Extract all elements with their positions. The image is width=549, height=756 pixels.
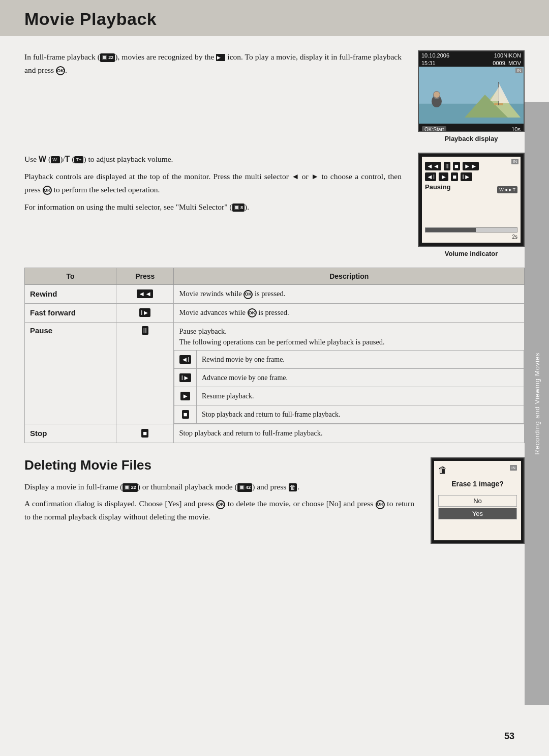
ok-icon-delete1: OK bbox=[216, 500, 225, 509]
scene-svg bbox=[419, 67, 524, 124]
delete-section-title: Deleting Movie Files bbox=[24, 457, 414, 473]
sub-row-frame-back: ◄I Rewind movie by one frame. bbox=[174, 351, 524, 369]
delete-para-2: A confirmation dialog is displayed. Choo… bbox=[24, 497, 414, 523]
pause-screen: IN ◄◄ II ■ ►► ◄I ► ■ I► bbox=[418, 153, 525, 247]
ref-icon-8: 🔲 8 bbox=[232, 203, 245, 212]
press-stop: ■ bbox=[116, 424, 173, 443]
ok-start-button: OK:Start bbox=[422, 126, 446, 132]
ffwd-btn: ►► bbox=[463, 162, 479, 170]
press-fastforward: I► bbox=[116, 303, 173, 322]
delete-section-text: Deleting Movie Files Display a movie in … bbox=[24, 457, 414, 544]
trash-icon-display: 🗑 bbox=[438, 465, 447, 476]
delete-option-yes[interactable]: Yes bbox=[438, 508, 517, 519]
to-stop: Stop bbox=[25, 424, 116, 443]
wt-indicator: W◄►T bbox=[497, 186, 517, 193]
page-title: Movie Playback bbox=[24, 9, 525, 29]
ok-icon-ffwd: OK bbox=[248, 308, 257, 317]
middle-section: Use W (W-)/T (T+) to adjust playback vol… bbox=[24, 153, 525, 257]
sub-icon-resume: ► bbox=[174, 387, 196, 405]
press-rewind: ◄◄ bbox=[116, 285, 173, 304]
ok-icon-2: OK bbox=[43, 186, 52, 195]
intro-paragraph: In full-frame playback (🔲 22), movies ar… bbox=[24, 50, 402, 76]
controls-row-1: ◄◄ II ■ ►► bbox=[425, 162, 517, 170]
table-row-pause: Pause II Pause playback. The following o… bbox=[25, 322, 525, 424]
sub-desc-resume: Resume playback. bbox=[196, 387, 524, 405]
in-badge-playback: IN bbox=[515, 68, 523, 73]
resume-icon: ► bbox=[180, 392, 190, 400]
zoom-wide-icon: W- bbox=[51, 156, 60, 163]
delete-screen-inner: 🗑 IN Erase 1 image? No Yes bbox=[434, 461, 521, 540]
screen-mid-bar: 15:31 0009. MOV bbox=[419, 60, 524, 67]
desc-rewind: Movie rewinds while OK is pressed. bbox=[174, 285, 525, 304]
sidebar-label: Recording and Viewing Movies bbox=[533, 353, 541, 455]
rewind-btn: ◄◄ bbox=[425, 162, 441, 170]
desc-fastforward: Movie advances while OK is pressed. bbox=[174, 303, 525, 322]
screen-scene: IN bbox=[419, 67, 524, 124]
ok-icon-rewind: OK bbox=[243, 290, 253, 299]
in-badge-pause: IN bbox=[511, 159, 518, 164]
svg-text:🗑: 🗑 bbox=[290, 484, 296, 491]
t-letter: T bbox=[65, 155, 70, 163]
pause-screen-inner: IN ◄◄ II ■ ►► ◄I ► ■ I► bbox=[422, 157, 521, 243]
multi-selector-text: For information on using the multi selec… bbox=[24, 200, 402, 214]
screen-folder: 100NIKON bbox=[494, 52, 521, 59]
playback-display-label: Playback display bbox=[445, 135, 498, 142]
trash-icon-inline: 🗑 bbox=[288, 483, 297, 492]
sub-desc-framefwd: Advance movie by one frame. bbox=[196, 369, 524, 387]
controls-row-2: ◄I ► ■ I► bbox=[425, 172, 517, 181]
sidebar: Recording and Viewing Movies bbox=[525, 102, 549, 705]
delete-text: Display a movie in full-frame (🔲 22) or … bbox=[24, 480, 414, 524]
delete-icon-row: 🗑 IN bbox=[438, 465, 517, 476]
playback-display-container: 10.10.2006 100NIKON 15:31 0009. MOV bbox=[418, 50, 525, 142]
sub-table: ◄I Rewind movie by one frame. I► Advance… bbox=[174, 350, 524, 424]
volume-indicator-container: IN ◄◄ II ■ ►► ◄I ► ■ I► bbox=[418, 153, 525, 257]
top-section: In full-frame playback (🔲 22), movies ar… bbox=[24, 50, 525, 142]
screen-top-bar: 10.10.2006 100NIKON bbox=[419, 51, 524, 60]
ref-icon-22b: 🔲 22 bbox=[123, 483, 138, 492]
ffwd-icon: I► bbox=[139, 308, 150, 317]
screen-filename: 0009. MOV bbox=[493, 60, 521, 66]
frame-fwd-btn: I► bbox=[461, 172, 472, 181]
desc-stop: Stop playback and return to full-frame p… bbox=[174, 424, 525, 443]
svg-point-10 bbox=[434, 92, 440, 98]
sub-row-resume: ► Resume playback. bbox=[174, 387, 524, 405]
table-row-fastforward: Fast forward I► Movie advances while OK … bbox=[25, 303, 525, 322]
volume-fill bbox=[425, 228, 476, 232]
screen-duration: 10s bbox=[511, 126, 521, 132]
sub-row-frame-fwd: I► Advance movie by one frame. bbox=[174, 369, 524, 387]
screen-date: 10.10.2006 bbox=[421, 52, 449, 59]
stop-icon-table: ■ bbox=[141, 429, 148, 438]
delete-dialog-container: 🗑 IN Erase 1 image? No Yes bbox=[431, 457, 525, 544]
to-pause: Pause bbox=[25, 322, 116, 424]
zoom-tele-icon: T+ bbox=[74, 156, 83, 163]
sub-icon-stop: ■ bbox=[174, 405, 196, 424]
in-badge-delete: IN bbox=[510, 465, 517, 471]
volume-bar bbox=[425, 227, 517, 232]
table-header: To Press Description bbox=[25, 268, 525, 285]
t-label: T bbox=[513, 187, 516, 192]
playback-controls-table: To Press Description Rewind ◄◄ Movie rew… bbox=[24, 268, 525, 443]
pause-desc-intro: Pause playback. The following operations… bbox=[174, 323, 524, 351]
svg-text:W-: W- bbox=[52, 157, 58, 162]
w-letter: W bbox=[39, 155, 46, 163]
stop2-btn: ■ bbox=[451, 172, 458, 181]
page: Movie Playback In full-frame playback (🔲… bbox=[0, 0, 549, 756]
playback-screen: 10.10.2006 100NIKON 15:31 0009. MOV bbox=[418, 50, 525, 132]
frame-back-icon: ◄I bbox=[179, 355, 191, 364]
sub-desc-frameback: Rewind movie by one frame. bbox=[196, 351, 524, 369]
table-row-stop: Stop ■ Stop playback and return to full-… bbox=[25, 424, 525, 443]
pause-btn: II bbox=[444, 162, 450, 170]
press-pause: II bbox=[116, 322, 173, 424]
table-body: Rewind ◄◄ Movie rewinds while OK is pres… bbox=[25, 285, 525, 443]
rewind-icon: ◄◄ bbox=[137, 289, 153, 298]
screen-bottom-bar: OK:Start 10s bbox=[419, 124, 524, 132]
sub-desc-stop: Stop playback and return to full-frame p… bbox=[196, 405, 524, 424]
delete-options: No Yes bbox=[438, 495, 517, 519]
delete-section: Deleting Movie Files Display a movie in … bbox=[24, 457, 525, 544]
screen-time: 15:31 bbox=[421, 60, 436, 66]
desc-pause: Pause playback. The following operations… bbox=[174, 322, 525, 424]
title-bar: Movie Playback bbox=[0, 0, 549, 36]
delete-option-no[interactable]: No bbox=[438, 495, 517, 507]
volume-indicator-label: Volume indicator bbox=[445, 250, 498, 257]
erase-text: Erase 1 image? bbox=[438, 480, 517, 488]
